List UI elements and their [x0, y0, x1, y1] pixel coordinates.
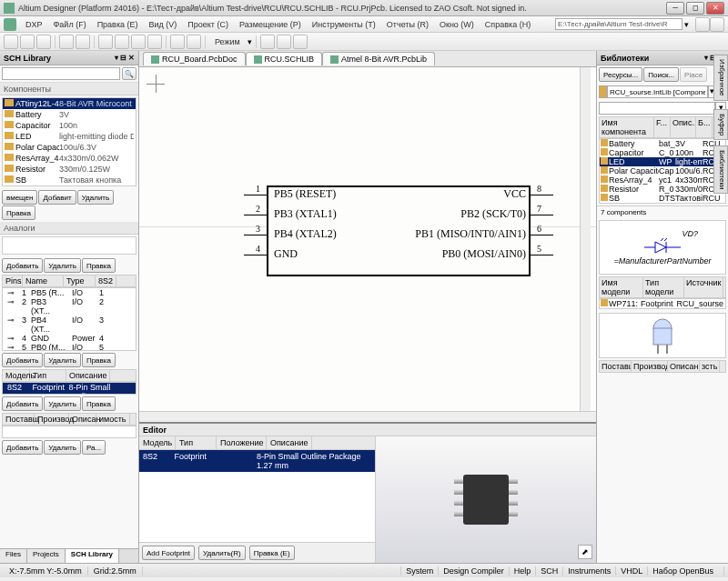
nav-back-button[interactable]: [695, 17, 710, 32]
tool-button[interactable]: [277, 35, 291, 49]
lib-row[interactable]: Batterybat_3VRCU: [600, 139, 725, 148]
add-footprint-button[interactable]: Add Footprint: [142, 546, 195, 560]
component-row[interactable]: Resistor330m/0.125W: [3, 164, 136, 175]
status-dc[interactable]: Design Compiler: [438, 566, 509, 576]
close-button[interactable]: ✕: [706, 2, 724, 15]
filter-combo[interactable]: ▾: [599, 102, 726, 115]
col-src[interactable]: Источник: [684, 277, 723, 297]
col-desc[interactable]: Описание: [66, 370, 110, 381]
pin-row[interactable]: ⊸1PB5 (R...I/O1: [3, 288, 136, 297]
pin-row[interactable]: ⊸4GNDPower4: [3, 334, 136, 343]
symbol-preview[interactable]: VD? =ManufacturerPartNumber: [599, 220, 726, 275]
supplier-list[interactable]: [2, 426, 136, 438]
vtab-buffer[interactable]: Буфер: [713, 109, 728, 140]
col-cost[interactable]: имость: [96, 414, 130, 425]
menu-window[interactable]: Окно (W): [434, 20, 480, 29]
h-scrollbar[interactable]: [139, 411, 596, 422]
footprint-preview[interactable]: [599, 313, 726, 358]
menu-help[interactable]: Справка (H): [480, 20, 536, 29]
component-list[interactable]: ATtiny12L-4S8-Bit AVR MicrocontBattery3V…: [2, 97, 136, 186]
col-mfr[interactable]: Производ: [35, 414, 69, 425]
filter-input[interactable]: [599, 102, 715, 115]
model-row[interactable]: WP711: Footprint RCU_sourse.P: [600, 299, 725, 308]
aliases-list[interactable]: [2, 236, 136, 255]
col-lib[interactable]: Б...: [696, 117, 713, 137]
document-tab[interactable]: Atmel 8-Bit AVR.PcbLib: [322, 52, 435, 65]
print-button[interactable]: [59, 35, 74, 49]
minimize-button[interactable]: ─: [666, 2, 684, 15]
col-pos[interactable]: Положение: [217, 436, 267, 449]
col-name[interactable]: Name: [23, 275, 64, 286]
lib-list[interactable]: Batterybat_3VRCUCapacitorC_0100nRCULEDWP…: [599, 138, 726, 204]
tab-projects[interactable]: Projects: [27, 549, 66, 563]
copy-button[interactable]: [131, 35, 146, 49]
open-button[interactable]: [20, 35, 35, 49]
component-row[interactable]: Polar Capacito100u/6.3V: [3, 142, 136, 153]
model-row[interactable]: 8S2 Footprint 8-Pin Small Outline: [3, 383, 136, 395]
tool-button[interactable]: [260, 35, 275, 49]
menu-file[interactable]: Файл (F): [48, 20, 92, 29]
editor-row[interactable]: 8S2 Footprint 8-Pin Small Outline Packag…: [139, 450, 375, 472]
menu-view[interactable]: Вид (V): [144, 20, 183, 29]
status-system[interactable]: System: [400, 566, 438, 576]
delete-button[interactable]: Удалить: [44, 396, 81, 411]
status-inst[interactable]: Instruments: [562, 566, 615, 576]
edit-button[interactable]: Правка: [82, 396, 116, 411]
col-type[interactable]: Тип модели: [643, 277, 684, 297]
col-type[interactable]: Type: [64, 275, 96, 286]
menu-dxp[interactable]: DXP: [20, 20, 48, 29]
col-model[interactable]: Модель: [3, 370, 30, 381]
status-sch[interactable]: SCH: [535, 566, 562, 576]
status-vhdl[interactable]: VHDL: [615, 566, 647, 576]
dxp-icon[interactable]: [4, 18, 16, 31]
col-fp[interactable]: F...: [654, 117, 671, 137]
edit-button[interactable]: Правка: [82, 258, 116, 273]
col-sup[interactable]: Поставщ: [3, 414, 35, 425]
tab-files[interactable]: Files: [0, 549, 27, 563]
col-desc[interactable]: Описан: [69, 414, 96, 425]
cut-button[interactable]: [115, 35, 129, 49]
nav-fwd-button[interactable]: [710, 17, 724, 32]
paste-button[interactable]: [147, 35, 162, 49]
lib-row[interactable]: LEDWPlight-emitRCU: [600, 157, 725, 166]
zoom-button[interactable]: [98, 35, 113, 49]
resources-button[interactable]: Ресурсы...: [599, 67, 642, 82]
footprint-preview[interactable]: ⬈: [376, 436, 596, 563]
col-name[interactable]: Имя модели: [600, 277, 643, 297]
add-button[interactable]: Добавить: [2, 353, 43, 367]
pin-row[interactable]: ⊸2PB3 (XT...I/O2: [3, 297, 136, 316]
add-button[interactable]: Добавить: [2, 258, 43, 273]
vtab-favorites[interactable]: Избранное: [713, 55, 728, 101]
col-des[interactable]: 8S2: [96, 275, 116, 286]
col-mfr[interactable]: Производи: [632, 361, 668, 372]
col-cost[interactable]: зсть: [700, 361, 720, 372]
status-ob[interactable]: Набор OpenBus: [647, 566, 718, 576]
pin-icon[interactable]: ▾ ⊟ ✕: [115, 54, 135, 62]
edit-button[interactable]: Правка: [82, 353, 116, 367]
lib-row[interactable]: Polar CapacitorCap100u/6.RCU: [600, 166, 725, 175]
tool-button[interactable]: [293, 35, 308, 49]
pin-row[interactable]: ⊸5PB0 (M...I/O5: [3, 343, 136, 351]
menu-tools[interactable]: Инструменты (T): [307, 20, 381, 29]
place-button[interactable]: вмещен: [2, 190, 37, 205]
col-sup[interactable]: Поставщ: [600, 361, 632, 372]
component-row[interactable]: Battery3V: [3, 109, 136, 120]
save-button[interactable]: [36, 35, 51, 49]
lib-row[interactable]: CapacitorC_0100nRCU: [600, 148, 725, 157]
lib-row[interactable]: ResArray_4yc14x330mRCU: [600, 175, 725, 185]
delete-button[interactable]: Удалить: [44, 258, 81, 273]
place-button[interactable]: Place: [680, 67, 707, 82]
component-row[interactable]: ResArray_44x330m/0.062W: [3, 153, 136, 164]
edit-button[interactable]: Ра...: [82, 440, 106, 455]
search-input[interactable]: [2, 67, 120, 80]
delete-button[interactable]: Удалить(R): [198, 546, 246, 560]
col-model[interactable]: Модель: [139, 436, 176, 449]
lib-combo-input[interactable]: [607, 85, 708, 98]
component-row[interactable]: ATtiny12L-4S8-Bit AVR Microcont: [3, 98, 136, 109]
add-button[interactable]: Добавит: [38, 190, 76, 205]
new-button[interactable]: [4, 35, 18, 49]
pins-list[interactable]: ⊸1PB5 (R...I/O1⊸2PB3 (XT...I/O2⊸3PB4 (XT…: [2, 287, 136, 351]
lib-row[interactable]: SBDTSТактовіRCU: [600, 194, 725, 203]
model-list[interactable]: WP711: Footprint RCU_sourse.P: [599, 298, 726, 309]
delete-button[interactable]: Удалить: [44, 353, 81, 367]
